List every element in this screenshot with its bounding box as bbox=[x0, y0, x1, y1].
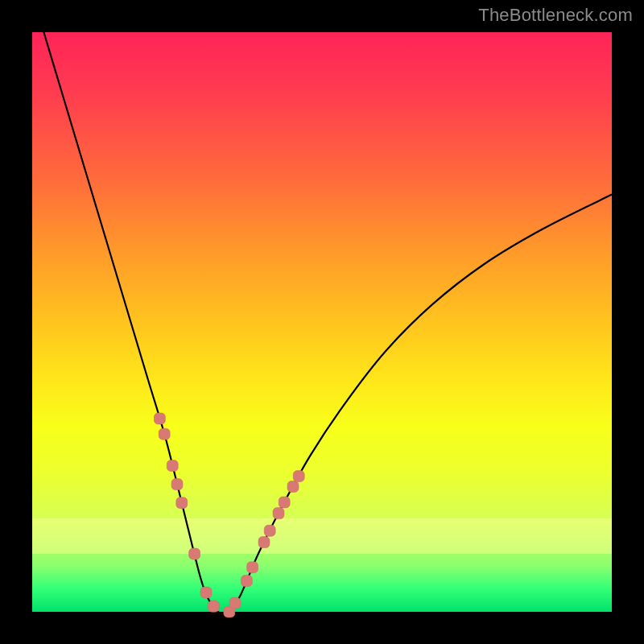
marker-group bbox=[154, 413, 304, 617]
curve-marker bbox=[171, 479, 183, 490]
curve-marker bbox=[293, 471, 304, 482]
curve-marker bbox=[159, 428, 170, 440]
curve-marker bbox=[189, 548, 200, 559]
chart-svg bbox=[32, 32, 612, 612]
curve-marker bbox=[154, 413, 165, 424]
curve-marker bbox=[258, 537, 270, 548]
curve-marker bbox=[167, 460, 178, 472]
curve-marker bbox=[273, 508, 284, 519]
watermark-text: TheBottleneck.com bbox=[478, 5, 633, 26]
curve-marker bbox=[176, 497, 188, 509]
curve-marker bbox=[229, 597, 241, 609]
curve-marker bbox=[287, 481, 299, 492]
curve-marker bbox=[241, 576, 252, 587]
curve-marker bbox=[247, 562, 258, 573]
curve-marker bbox=[279, 497, 290, 508]
curve-marker bbox=[264, 525, 275, 536]
curve-marker bbox=[200, 587, 212, 598]
chart-frame: TheBottleneck.com bbox=[0, 0, 644, 644]
bottleneck-curve bbox=[43, 32, 612, 613]
curve-marker bbox=[208, 601, 219, 612]
